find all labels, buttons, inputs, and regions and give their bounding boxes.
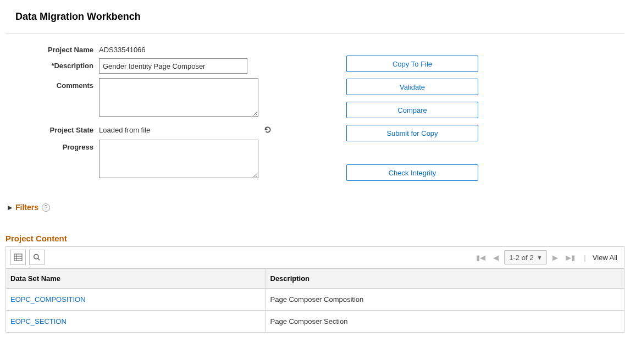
page-selector[interactable]: 1-2 of 2 ▼ — [504, 250, 547, 264]
progress-textarea[interactable] — [99, 140, 258, 178]
expand-icon[interactable]: ▶ — [8, 204, 12, 211]
project-content-table: Data Set Name Description EOPC_COMPOSITI… — [5, 268, 625, 333]
filters-toggle[interactable]: Filters — [15, 203, 38, 212]
table-row: EOPC_SECTION Page Composer Section — [6, 311, 625, 333]
next-page-icon: ▶ — [550, 253, 560, 262]
chevron-down-icon: ▼ — [537, 255, 542, 261]
refresh-icon[interactable] — [264, 126, 272, 135]
copy-to-file-button[interactable]: Copy To File — [346, 56, 478, 72]
search-button[interactable] — [29, 250, 45, 265]
comments-label: Comments — [5, 78, 99, 90]
description-label: *Description — [5, 58, 99, 70]
prev-page-icon: ◀ — [491, 253, 501, 262]
last-page-icon: ▶▮ — [563, 253, 577, 262]
col-header-name[interactable]: Data Set Name — [6, 269, 266, 289]
validate-button[interactable]: Validate — [346, 79, 478, 95]
comments-textarea[interactable] — [99, 78, 258, 117]
submit-for-copy-button[interactable]: Submit for Copy — [346, 125, 478, 141]
project-content-header: Project Content — [5, 234, 625, 243]
svg-point-4 — [34, 255, 38, 259]
dataset-desc: Page Composer Section — [266, 311, 625, 333]
dataset-link[interactable]: EOPC_SECTION — [10, 317, 67, 326]
dataset-link[interactable]: EOPC_COMPOSITION — [10, 295, 86, 304]
grid-toolbar: ▮◀ ◀ 1-2 of 2 ▼ ▶ ▶▮ | View All — [5, 246, 625, 268]
project-state-label: Project State — [5, 123, 99, 134]
project-state-value: Loaded from file — [99, 123, 264, 134]
compare-button[interactable]: Compare — [346, 102, 478, 118]
page-range: 1-2 of 2 — [509, 253, 533, 262]
toolbar-divider: | — [581, 253, 589, 262]
divider — [5, 34, 625, 34]
svg-line-5 — [38, 258, 40, 261]
check-integrity-button[interactable]: Check Integrity — [346, 164, 478, 181]
description-input[interactable] — [99, 58, 247, 74]
first-page-icon: ▮◀ — [474, 253, 488, 262]
col-header-desc[interactable]: Description — [266, 269, 625, 289]
page-title: Data Migration Workbench — [15, 11, 625, 23]
dataset-desc: Page Composer Composition — [266, 289, 625, 311]
svg-rect-0 — [14, 254, 22, 261]
table-row: EOPC_COMPOSITION Page Composer Compositi… — [6, 289, 625, 311]
grid-action-button[interactable] — [10, 250, 26, 265]
project-name-value: ADS33541066 — [99, 42, 264, 54]
project-name-label: Project Name — [5, 42, 99, 54]
view-all-link[interactable]: View All — [593, 253, 620, 262]
help-icon[interactable]: ? — [42, 203, 50, 212]
progress-label: Progress — [5, 140, 99, 151]
